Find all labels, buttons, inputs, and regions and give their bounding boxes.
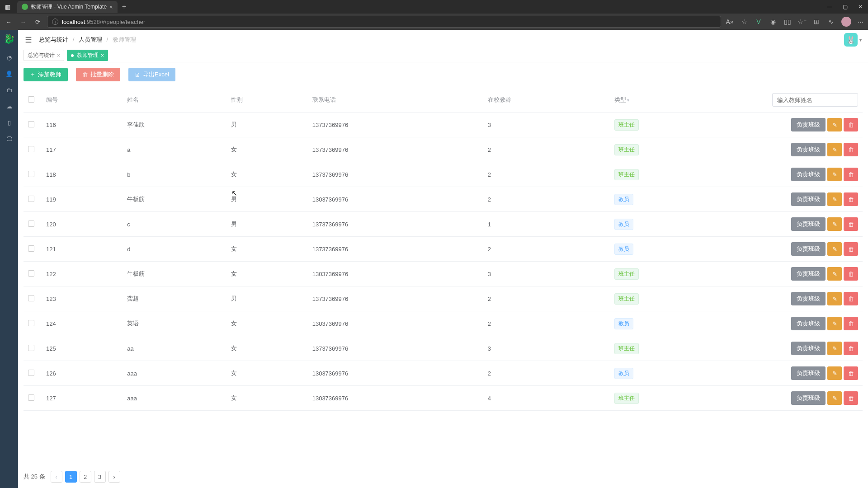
- user-menu-caret-icon[interactable]: ▾: [859, 38, 862, 42]
- delete-button[interactable]: 🗑: [844, 242, 858, 256]
- edit-button[interactable]: ✎: [827, 242, 842, 256]
- browser-tab[interactable]: 教师管理 - Vue Admin Template ×: [17, 1, 118, 13]
- row-checkbox[interactable]: [28, 320, 34, 326]
- edit-button[interactable]: ✎: [827, 366, 842, 380]
- extension-icon[interactable]: ◉: [769, 18, 777, 26]
- assign-class-button[interactable]: 负责班级: [791, 118, 826, 131]
- tab-overview[interactable]: 总览与统计 ×: [24, 50, 64, 61]
- collections-icon[interactable]: ☆⁺: [798, 18, 806, 26]
- edit-button[interactable]: ✎: [827, 143, 842, 156]
- window-maximize-icon[interactable]: ▢: [841, 4, 849, 10]
- breadcrumb-level-1[interactable]: 总览与统计: [39, 36, 68, 43]
- trash-icon: 🗑: [848, 122, 854, 128]
- row-checkbox[interactable]: [28, 345, 34, 351]
- export-excel-button[interactable]: 🗎 导出Excel: [128, 68, 175, 81]
- search-input[interactable]: [772, 93, 858, 107]
- tab-close-icon[interactable]: ×: [57, 52, 60, 59]
- browser-menu-icon[interactable]: ⋯: [858, 19, 864, 25]
- bulk-delete-button[interactable]: 🗑 批量删除: [76, 68, 120, 81]
- filter-caret-icon[interactable]: ▾: [627, 98, 629, 103]
- delete-button[interactable]: 🗑: [844, 192, 858, 206]
- user-avatar[interactable]: 🐰: [844, 33, 858, 47]
- row-checkbox[interactable]: [28, 295, 34, 301]
- pagination-next[interactable]: ›: [108, 471, 120, 483]
- edit-button[interactable]: ✎: [827, 292, 842, 305]
- sidebar-item-card[interactable]: 🗀: [5, 86, 13, 94]
- pagination-prev[interactable]: ‹: [51, 471, 62, 483]
- assign-class-button[interactable]: 负责班级: [791, 217, 826, 231]
- split-screen-icon[interactable]: ▯▯: [783, 18, 792, 26]
- performance-icon[interactable]: ∿: [827, 18, 835, 26]
- assign-class-button[interactable]: 负责班级: [791, 317, 826, 330]
- row-checkbox[interactable]: [28, 171, 34, 177]
- new-tab-button[interactable]: +: [122, 3, 126, 11]
- row-checkbox[interactable]: [28, 196, 34, 202]
- delete-button[interactable]: 🗑: [844, 118, 858, 131]
- breadcrumb-level-2[interactable]: 人员管理: [79, 36, 102, 43]
- edit-button[interactable]: ✎: [827, 118, 842, 131]
- assign-class-button[interactable]: 负责班级: [791, 168, 826, 181]
- col-type[interactable]: 类型▾: [610, 88, 741, 113]
- row-checkbox[interactable]: [28, 370, 34, 376]
- assign-class-button[interactable]: 负责班级: [791, 242, 826, 256]
- pagination-page[interactable]: 2: [80, 471, 91, 483]
- pagination-page[interactable]: 1: [65, 471, 77, 483]
- assign-class-button[interactable]: 负责班级: [791, 143, 826, 156]
- assign-class-button[interactable]: 负责班级: [791, 292, 826, 305]
- assign-class-button[interactable]: 负责班级: [791, 342, 826, 355]
- delete-button[interactable]: 🗑: [844, 267, 858, 281]
- delete-button[interactable]: 🗑: [844, 292, 858, 305]
- row-checkbox[interactable]: [28, 394, 34, 401]
- sidebar-item-people[interactable]: 👤: [5, 70, 13, 78]
- reload-icon[interactable]: ⟳: [33, 17, 42, 27]
- tab-close-icon[interactable]: ×: [109, 4, 113, 10]
- delete-button[interactable]: 🗑: [844, 342, 858, 355]
- site-info-icon[interactable]: i: [52, 19, 58, 25]
- row-checkbox[interactable]: [28, 121, 34, 127]
- delete-button[interactable]: 🗑: [844, 143, 858, 156]
- assign-class-button[interactable]: 负责班级: [791, 192, 826, 206]
- sidebar-item-monitor[interactable]: 🖵: [5, 135, 13, 143]
- select-all-checkbox[interactable]: [28, 96, 34, 103]
- sidebar-item-cloud[interactable]: ☁: [5, 102, 13, 110]
- edit-button[interactable]: ✎: [827, 267, 842, 281]
- edit-button[interactable]: ✎: [827, 391, 842, 405]
- assign-class-button[interactable]: 负责班级: [791, 366, 826, 380]
- cell-id: 125: [42, 336, 123, 361]
- delete-button[interactable]: 🗑: [844, 217, 858, 231]
- window-tabs-icon[interactable]: ▥: [4, 3, 12, 11]
- address-bar[interactable]: i localhost:9528/#/people/teacher: [47, 16, 721, 28]
- row-checkbox[interactable]: [28, 245, 34, 252]
- delete-button[interactable]: 🗑: [844, 317, 858, 330]
- tab-teacher[interactable]: 教师管理 ×: [67, 50, 108, 61]
- read-aloud-icon[interactable]: A»: [726, 18, 734, 26]
- pagination-page[interactable]: 3: [94, 471, 106, 483]
- row-checkbox[interactable]: [28, 146, 34, 152]
- app-logo-icon[interactable]: 🐉: [3, 33, 15, 45]
- assign-class-button[interactable]: 负责班级: [791, 391, 826, 405]
- delete-button[interactable]: 🗑: [844, 391, 858, 405]
- forward-icon[interactable]: →: [18, 17, 28, 27]
- window-close-icon[interactable]: ✕: [856, 4, 864, 10]
- favorite-icon[interactable]: ☆: [740, 18, 748, 26]
- assign-class-button[interactable]: 负责班级: [791, 267, 826, 281]
- profile-avatar-icon[interactable]: [841, 17, 851, 27]
- row-checkbox[interactable]: [28, 221, 34, 227]
- edit-button[interactable]: ✎: [827, 192, 842, 206]
- window-minimize-icon[interactable]: —: [826, 4, 834, 10]
- add-teacher-button[interactable]: ＋ 添加教师: [24, 68, 68, 81]
- sidebar-item-book[interactable]: ▯: [5, 118, 13, 127]
- edit-button[interactable]: ✎: [827, 217, 842, 231]
- row-checkbox[interactable]: [28, 270, 34, 277]
- hamburger-icon[interactable]: [24, 36, 33, 44]
- delete-button[interactable]: 🗑: [844, 168, 858, 181]
- edit-button[interactable]: ✎: [827, 342, 842, 355]
- edit-button[interactable]: ✎: [827, 317, 842, 330]
- tab-close-icon[interactable]: ×: [101, 52, 104, 59]
- vue-devtools-icon[interactable]: V: [755, 18, 763, 26]
- edit-button[interactable]: ✎: [827, 168, 842, 181]
- sidebar-item-dashboard[interactable]: ◔: [5, 53, 13, 61]
- back-icon[interactable]: ←: [4, 17, 14, 27]
- delete-button[interactable]: 🗑: [844, 366, 858, 380]
- extensions-icon[interactable]: ⊞: [812, 18, 821, 26]
